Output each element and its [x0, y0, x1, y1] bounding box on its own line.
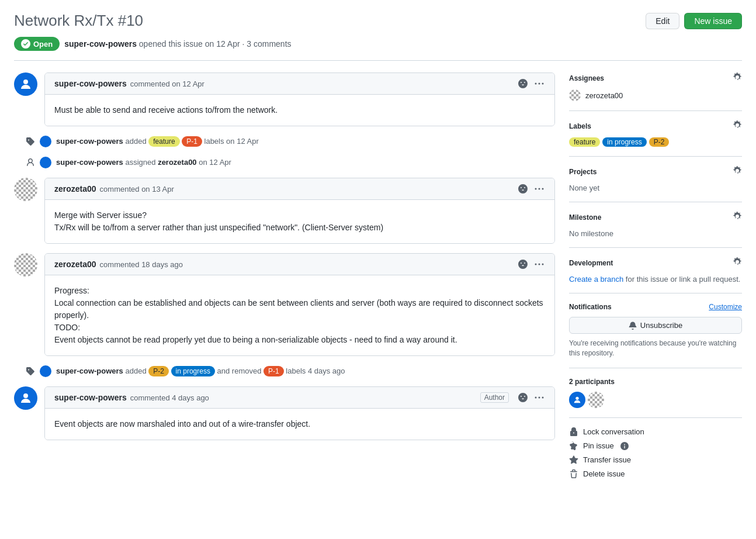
emoji-button-1[interactable]	[517, 78, 529, 89]
gear-icon-projects	[733, 166, 742, 175]
labels-title: Labels	[569, 122, 591, 130]
svg-point-11	[535, 397, 537, 399]
pin-icon	[569, 441, 578, 451]
milestone-section: Milestone No milestone	[569, 212, 742, 248]
activity-labels-2: super-cow-powers added P-2 in progress a…	[14, 365, 555, 377]
activity-avatar-blue-3	[40, 365, 51, 377]
assignees-section: Assignees zerozeta00	[569, 72, 742, 111]
comment-header-4: super-cow-powers commented 4 days ago Au…	[45, 387, 554, 409]
pin-issue-item[interactable]: Pin issue	[569, 441, 742, 451]
svg-point-8	[539, 264, 540, 265]
comment-header-left-1: super-cow-powers commented on 12 Apr	[54, 79, 204, 88]
comment-time-1: commented on 12 Apr	[130, 80, 204, 88]
comment-text-4: Event objects are now marshaled into and…	[54, 418, 545, 430]
labels-row: feature in progress P-2	[569, 137, 742, 147]
comment-body-4: Event objects are now marshaled into and…	[45, 409, 554, 440]
development-header: Development	[569, 257, 742, 268]
sidebar-label-in-progress: in progress	[602, 137, 646, 147]
comment-box-2: zerozeta00 commented on 13 Apr	[44, 178, 555, 244]
comment-block-3: zerozeta00 commented 18 days ago	[14, 253, 555, 356]
sidebar-label-feature: feature	[569, 137, 600, 147]
new-issue-button[interactable]: New issue	[684, 13, 742, 29]
more-button-4[interactable]	[533, 392, 545, 403]
comment-header-right-2	[517, 183, 545, 195]
comment-author-1: super-cow-powers	[54, 79, 127, 88]
svg-point-13	[542, 397, 544, 399]
issue-number: #10	[118, 12, 143, 29]
svg-point-12	[539, 397, 540, 399]
lock-conversation-item[interactable]: Lock conversation	[569, 427, 742, 437]
more-icon-1	[535, 79, 544, 88]
development-text: Create a branch for this issue or link a…	[569, 275, 740, 284]
notifications-title: Notifications	[569, 303, 612, 311]
assignees-gear-icon[interactable]	[733, 72, 742, 84]
assignee-avatar	[569, 89, 581, 101]
development-title: Development	[569, 259, 613, 267]
lock-icon	[569, 427, 578, 437]
main-content: super-cow-powers commented on 12 Apr	[14, 72, 555, 479]
comment-body-2: Merge with Server issue?Tx/Rx will be to…	[45, 200, 554, 243]
participants-title: 2 participants	[569, 378, 742, 386]
activity-text-1: super-cow-powers added feature P-1 label…	[56, 136, 259, 147]
comment-block-4: super-cow-powers commented 4 days ago Au…	[14, 386, 555, 440]
delete-label: Delete issue	[583, 469, 625, 478]
projects-gear-icon[interactable]	[733, 166, 742, 177]
trash-icon	[569, 469, 578, 479]
delete-issue-item[interactable]: Delete issue	[569, 469, 742, 479]
gear-icon-labels	[733, 120, 742, 130]
comment-body-1: Must be able to send and receive actions…	[45, 95, 554, 126]
comment-body-3: Progress:Local connection can be establi…	[45, 275, 554, 355]
pin-label: Pin issue	[583, 441, 614, 450]
comment-author-2: zerozeta00	[54, 184, 96, 194]
avatar-super-cow-1	[14, 72, 37, 96]
emoji-button-4[interactable]	[517, 392, 529, 403]
comment-header-right-3	[517, 258, 545, 270]
emoji-button-2[interactable]	[517, 183, 529, 195]
user-icon-2	[19, 391, 33, 405]
status-text: Open	[33, 40, 53, 49]
gear-icon-assignees	[733, 72, 742, 82]
comment-author-3: zerozeta00	[54, 260, 96, 269]
title-text: Network Rx/Tx	[14, 12, 113, 29]
more-icon-2	[535, 184, 544, 194]
comment-time-3: commented 18 days ago	[100, 260, 183, 269]
svg-point-5	[539, 188, 540, 190]
milestone-gear-icon[interactable]	[733, 212, 742, 223]
more-button-2[interactable]	[533, 183, 545, 195]
activity-actor-1: super-cow-powers	[56, 137, 123, 146]
activity-actor-2: super-cow-powers	[56, 158, 123, 167]
label-p1-2: P-1	[263, 366, 284, 377]
opener-meta: opened this issue on 12 Apr · 3 comments	[139, 39, 292, 49]
comment-header-1: super-cow-powers commented on 12 Apr	[45, 73, 554, 95]
unsubscribe-button[interactable]: Unsubscribe	[569, 317, 742, 334]
edit-button[interactable]: Edit	[646, 13, 679, 29]
activity-assignee: zerozeta00	[158, 158, 196, 167]
create-branch-link[interactable]: Create a branch	[569, 275, 623, 284]
issue-meta: Open super-cow-powers opened this issue …	[14, 37, 742, 51]
milestone-header: Milestone	[569, 212, 742, 223]
svg-point-3	[542, 83, 544, 85]
participants-section: 2 participants	[569, 378, 742, 418]
svg-point-4	[535, 188, 537, 190]
emoji-icon-3	[518, 260, 528, 269]
actions-section: Lock conversation Pin issue Transfer iss…	[569, 427, 742, 479]
development-suffix: for this issue or link a pull request.	[626, 275, 741, 284]
more-button-1[interactable]	[533, 78, 545, 89]
customize-link[interactable]: Customize	[709, 303, 742, 311]
comment-header-left-3: zerozeta00 commented 18 days ago	[54, 260, 183, 269]
header-buttons: Edit New issue	[646, 13, 742, 29]
opener-name: super-cow-powers	[64, 39, 137, 49]
development-gear-icon[interactable]	[733, 257, 742, 268]
emoji-button-3[interactable]	[517, 258, 529, 270]
lock-label: Lock conversation	[583, 427, 644, 436]
author-badge: Author	[480, 392, 509, 403]
assignees-title: Assignees	[569, 74, 604, 82]
labels-gear-icon[interactable]	[733, 120, 742, 132]
comment-time-4: commented 4 days ago	[130, 393, 209, 402]
comment-header-3: zerozeta00 commented 18 days ago	[45, 254, 554, 275]
issue-header: Network Rx/Tx #10 Edit New issue	[14, 12, 742, 30]
transfer-issue-item[interactable]: Transfer issue	[569, 455, 742, 465]
assignee-name: zerozeta00	[585, 91, 623, 100]
more-button-3[interactable]	[533, 258, 545, 270]
gear-icon-milestone	[733, 212, 742, 221]
